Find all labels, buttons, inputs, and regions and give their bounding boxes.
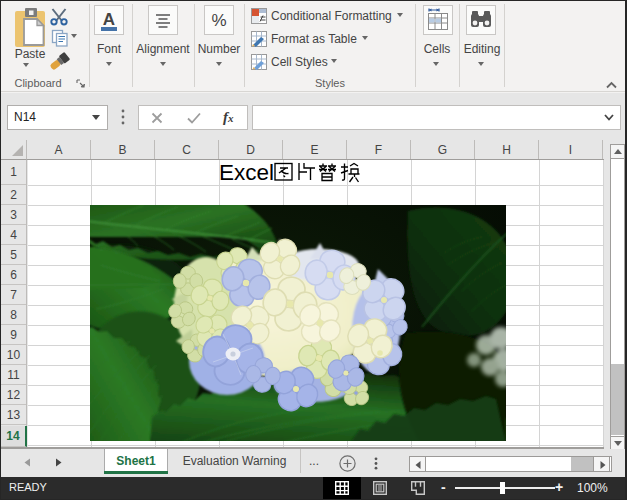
svg-text:A: A [103,10,115,29]
svg-text:%: % [211,11,226,30]
